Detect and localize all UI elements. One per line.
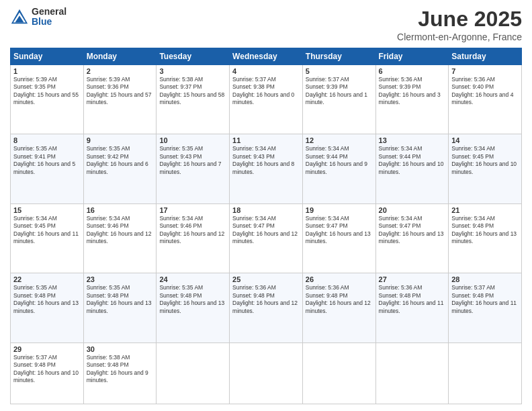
sunrise-text: Sunrise: 5:36 AM	[232, 284, 276, 291]
day-info: Sunrise: 5:36 AM Sunset: 9:40 PM Dayligh…	[451, 76, 519, 107]
sunrise-text: Sunrise: 5:36 AM	[306, 284, 349, 291]
sunset-text: Sunset: 9:42 PM	[87, 153, 129, 160]
sunset-text: Sunset: 9:48 PM	[232, 292, 275, 299]
daylight-text: Daylight: 16 hours and 8 minutes.	[232, 161, 294, 175]
daylight-text: Daylight: 16 hours and 9 minutes.	[87, 369, 148, 383]
sunrise-text: Sunrise: 5:36 AM	[451, 76, 495, 83]
sunset-text: Sunset: 9:43 PM	[232, 153, 275, 160]
calendar-week-4: 22 Sunrise: 5:35 AM Sunset: 9:48 PM Dayl…	[11, 273, 522, 342]
day-info: Sunrise: 5:36 AM Sunset: 9:39 PM Dayligh…	[379, 76, 446, 107]
sunset-text: Sunset: 9:48 PM	[451, 222, 494, 229]
daylight-text: Daylight: 16 hours and 13 minutes.	[451, 230, 517, 244]
col-wednesday: Wednesday	[230, 48, 303, 65]
day-info: Sunrise: 5:34 AM Sunset: 9:47 PM Dayligh…	[232, 215, 300, 246]
sunset-text: Sunset: 9:47 PM	[306, 222, 348, 229]
sunrise-text: Sunrise: 5:34 AM	[306, 215, 349, 222]
day-info: Sunrise: 5:38 AM Sunset: 9:48 PM Dayligh…	[87, 354, 154, 385]
table-row: 1 Sunrise: 5:39 AM Sunset: 9:35 PM Dayli…	[11, 65, 84, 134]
table-row: 5 Sunrise: 5:37 AM Sunset: 9:39 PM Dayli…	[302, 65, 375, 134]
daylight-text: Daylight: 16 hours and 7 minutes.	[159, 161, 221, 175]
col-tuesday: Tuesday	[157, 48, 230, 65]
sunset-text: Sunset: 9:44 PM	[379, 153, 421, 160]
sunrise-text: Sunrise: 5:35 AM	[13, 145, 57, 152]
day-number: 4	[232, 67, 300, 75]
day-info: Sunrise: 5:39 AM Sunset: 9:36 PM Dayligh…	[87, 76, 154, 107]
calendar-week-3: 15 Sunrise: 5:34 AM Sunset: 9:45 PM Dayl…	[11, 203, 522, 273]
location: Clermont-en-Argonne, France	[397, 32, 522, 42]
sunset-text: Sunset: 9:47 PM	[232, 222, 275, 229]
day-number: 16	[87, 206, 154, 214]
sunset-text: Sunset: 9:48 PM	[13, 292, 56, 299]
day-number: 10	[159, 136, 226, 144]
daylight-text: Daylight: 15 hours and 57 minutes.	[87, 91, 152, 105]
table-row: 14 Sunrise: 5:34 AM Sunset: 9:45 PM Dayl…	[449, 134, 522, 203]
sunset-text: Sunset: 9:44 PM	[306, 153, 348, 160]
sunrise-text: Sunrise: 5:37 AM	[306, 76, 349, 83]
day-info: Sunrise: 5:34 AM Sunset: 9:47 PM Dayligh…	[379, 215, 446, 246]
sunrise-text: Sunrise: 5:34 AM	[87, 215, 130, 222]
day-number: 26	[306, 275, 373, 283]
day-info: Sunrise: 5:36 AM Sunset: 9:48 PM Dayligh…	[379, 284, 446, 315]
sunset-text: Sunset: 9:37 PM	[159, 83, 202, 90]
sunset-text: Sunset: 9:45 PM	[451, 153, 494, 160]
daylight-text: Daylight: 15 hours and 55 minutes.	[13, 91, 79, 105]
calendar-table: Sunday Monday Tuesday Wednesday Thursday…	[10, 48, 522, 404]
day-number: 1	[13, 67, 81, 75]
calendar-week-2: 8 Sunrise: 5:35 AM Sunset: 9:41 PM Dayli…	[11, 134, 522, 203]
daylight-text: Daylight: 16 hours and 0 minutes.	[232, 91, 294, 105]
sunset-text: Sunset: 9:46 PM	[87, 222, 129, 229]
day-info: Sunrise: 5:35 AM Sunset: 9:42 PM Dayligh…	[87, 145, 154, 176]
col-saturday: Saturday	[449, 48, 522, 65]
table-row: 28 Sunrise: 5:37 AM Sunset: 9:48 PM Dayl…	[449, 273, 522, 342]
daylight-text: Daylight: 16 hours and 1 minute.	[306, 91, 367, 105]
table-row: 26 Sunrise: 5:36 AM Sunset: 9:48 PM Dayl…	[302, 273, 375, 342]
sunrise-text: Sunrise: 5:34 AM	[232, 215, 276, 222]
day-info: Sunrise: 5:35 AM Sunset: 9:41 PM Dayligh…	[13, 145, 81, 176]
table-row: 19 Sunrise: 5:34 AM Sunset: 9:47 PM Dayl…	[302, 203, 375, 273]
sunrise-text: Sunrise: 5:34 AM	[232, 145, 276, 152]
table-row: 25 Sunrise: 5:36 AM Sunset: 9:48 PM Dayl…	[230, 273, 303, 342]
sunrise-text: Sunrise: 5:37 AM	[232, 76, 276, 83]
daylight-text: Daylight: 16 hours and 13 minutes.	[87, 300, 152, 314]
daylight-text: Daylight: 16 hours and 9 minutes.	[306, 161, 367, 175]
calendar-header-row: Sunday Monday Tuesday Wednesday Thursday…	[11, 48, 522, 65]
sunrise-text: Sunrise: 5:38 AM	[159, 76, 203, 83]
table-row: 20 Sunrise: 5:34 AM Sunset: 9:47 PM Dayl…	[375, 203, 449, 273]
daylight-text: Daylight: 16 hours and 10 minutes.	[379, 161, 444, 175]
logo-blue-text: Blue	[32, 17, 66, 27]
col-friday: Friday	[375, 48, 449, 65]
daylight-text: Daylight: 16 hours and 6 minutes.	[87, 161, 148, 175]
sunrise-text: Sunrise: 5:35 AM	[159, 145, 203, 152]
day-number: 5	[306, 67, 373, 75]
daylight-text: Daylight: 16 hours and 5 minutes.	[13, 161, 75, 175]
sunrise-text: Sunrise: 5:35 AM	[87, 145, 130, 152]
day-info: Sunrise: 5:34 AM Sunset: 9:47 PM Dayligh…	[306, 215, 373, 246]
day-number: 6	[379, 67, 446, 75]
day-number: 11	[232, 136, 300, 144]
sunset-text: Sunset: 9:39 PM	[379, 83, 421, 90]
daylight-text: Daylight: 16 hours and 13 minutes.	[379, 230, 444, 244]
day-number: 2	[87, 67, 154, 75]
sunset-text: Sunset: 9:39 PM	[306, 83, 348, 90]
daylight-text: Daylight: 16 hours and 11 minutes.	[13, 230, 79, 244]
day-info: Sunrise: 5:36 AM Sunset: 9:48 PM Dayligh…	[232, 284, 300, 315]
table-row: 16 Sunrise: 5:34 AM Sunset: 9:46 PM Dayl…	[83, 203, 157, 273]
day-number: 8	[13, 136, 81, 144]
logo-text: General Blue	[32, 7, 66, 28]
sunset-text: Sunset: 9:40 PM	[451, 83, 494, 90]
sunset-text: Sunset: 9:41 PM	[13, 153, 56, 160]
day-info: Sunrise: 5:35 AM Sunset: 9:48 PM Dayligh…	[13, 284, 81, 315]
day-number: 14	[451, 136, 519, 144]
table-row: 2 Sunrise: 5:39 AM Sunset: 9:36 PM Dayli…	[83, 65, 157, 134]
table-row: 11 Sunrise: 5:34 AM Sunset: 9:43 PM Dayl…	[230, 134, 303, 203]
sunrise-text: Sunrise: 5:34 AM	[451, 215, 495, 222]
table-row	[375, 342, 449, 404]
table-row: 8 Sunrise: 5:35 AM Sunset: 9:41 PM Dayli…	[11, 134, 84, 203]
day-info: Sunrise: 5:39 AM Sunset: 9:35 PM Dayligh…	[13, 76, 81, 107]
sunset-text: Sunset: 9:48 PM	[87, 361, 129, 368]
day-info: Sunrise: 5:34 AM Sunset: 9:45 PM Dayligh…	[13, 215, 81, 246]
daylight-text: Daylight: 16 hours and 10 minutes.	[451, 161, 517, 175]
sunrise-text: Sunrise: 5:37 AM	[13, 354, 57, 361]
sunset-text: Sunset: 9:48 PM	[451, 292, 494, 299]
daylight-text: Daylight: 16 hours and 3 minutes.	[379, 91, 441, 105]
